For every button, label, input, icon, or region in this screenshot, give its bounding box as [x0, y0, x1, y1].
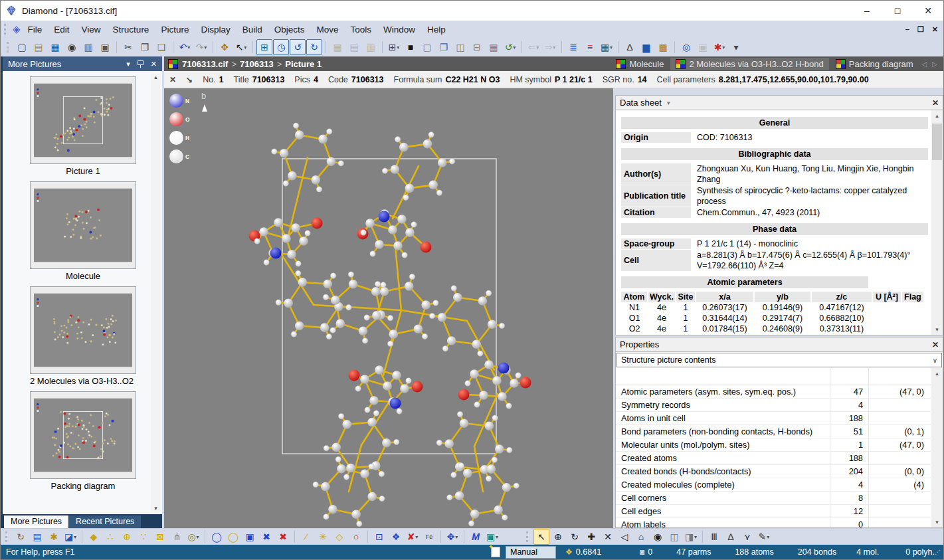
tabs-next-icon[interactable]: ▷ — [930, 60, 939, 68]
properties-row[interactable]: Created bonds (H-bonds/contacts)204(0, 0… — [616, 465, 931, 478]
resize-grip[interactable]: ⋰ — [935, 549, 941, 555]
picture-tab-2-molecules-via-o3-h3-o2-h-b[interactable]: 2 Molecules via O3-H3..O2 H-bond — [670, 58, 828, 70]
pane-menu-icon[interactable]: ▾ — [126, 60, 130, 68]
redo-button[interactable]: ↷▾ — [193, 39, 209, 55]
menu-picture[interactable]: Picture — [155, 23, 195, 37]
table-row[interactable]: N14e10.26073(17)0.19146(9)0.47167(12) — [621, 302, 924, 313]
structure-canvas[interactable]: NOHC b — [164, 88, 613, 528]
panel-close-icon[interactable]: ✕ — [932, 98, 939, 108]
history-pane-button[interactable]: ◷ — [273, 39, 289, 55]
fe-bond-button[interactable]: Fe — [421, 529, 437, 545]
minimize-button[interactable]: – — [852, 1, 882, 21]
picture-table-button[interactable]: ▦ — [486, 39, 502, 55]
close-infobar-icon[interactable]: ✕ — [169, 75, 176, 84]
thumbnail-picture-1[interactable]: Picture 1 — [30, 76, 136, 180]
wizard-button[interactable]: ✱ — [46, 529, 62, 545]
properties-row[interactable]: Atomic parameters (asym. sites, sym.eq. … — [616, 385, 931, 399]
breadcrumb-segment[interactable]: Picture 1 — [285, 59, 322, 69]
menu-structure[interactable]: Structure — [107, 23, 155, 37]
table-view-button[interactable]: ▦▾ — [599, 39, 614, 55]
data-form-button[interactable]: ▤ — [346, 39, 362, 55]
properties-row[interactable]: Cell edges12 — [616, 505, 931, 518]
polyhedron-blue-button[interactable]: ◯ — [209, 529, 225, 545]
spin-button[interactable]: ◉ — [650, 529, 666, 545]
pane-close-icon[interactable]: ✕ — [151, 60, 157, 68]
menu-move[interactable]: Move — [311, 23, 345, 37]
overflow-button[interactable]: ▾ — [728, 39, 744, 55]
data-sheet-scrollbar[interactable]: ▴ ▾ — [931, 110, 943, 335]
properties-selector[interactable]: Structure picture contents ∨ — [616, 353, 942, 367]
new-file-button[interactable]: ▢ — [14, 39, 30, 55]
copy-picture-button[interactable]: ❐ — [436, 39, 452, 55]
menu-build[interactable]: Build — [236, 23, 268, 37]
menu-edit[interactable]: Edit — [48, 23, 75, 37]
layer-back-button[interactable]: ◨▾ — [683, 529, 699, 545]
databrief-view-button[interactable]: ≡ — [582, 39, 598, 55]
picture-mode-button[interactable]: ▣▾ — [484, 529, 500, 545]
find-button[interactable]: ◉ — [64, 39, 80, 55]
properties-scrollbar[interactable]: ▴ ▾ — [931, 368, 943, 527]
properties-row[interactable]: Cell corners8 — [616, 492, 931, 505]
new-picture-button[interactable]: ▢ — [419, 39, 435, 55]
create-bond-button[interactable]: ∕ — [298, 529, 314, 545]
h-bond-button[interactable]: ◇ — [331, 529, 347, 545]
mdi-minimize-button[interactable]: – — [905, 25, 909, 34]
pan-button[interactable]: ✥ — [217, 39, 233, 55]
panel-menu-icon[interactable]: ▾ — [667, 100, 670, 106]
scroll-down-icon[interactable]: ▾ — [931, 324, 943, 335]
panel-close-icon[interactable]: ✕ — [932, 340, 939, 349]
back-button[interactable]: ⇐▾ — [525, 39, 541, 55]
add-all-atoms-button[interactable]: ∴ — [102, 529, 118, 545]
scroll-down-icon[interactable]: ▾ — [931, 517, 943, 527]
table-row[interactable]: O24e10.01784(15)0.24608(9)0.37313(11) — [621, 324, 924, 334]
picture-tab-packing-diagram[interactable]: Packing diagram — [830, 58, 919, 70]
view-direction-button[interactable]: ◁ — [616, 529, 632, 545]
scrollbar-thumb[interactable] — [932, 124, 942, 160]
cell-edges-button[interactable]: ⊡ — [371, 529, 387, 545]
pin-icon[interactable] — [137, 60, 144, 68]
data-list-button[interactable]: ▥ — [363, 39, 379, 55]
asym-unit-button[interactable]: ◆ — [86, 529, 102, 545]
zoom-tool-button[interactable]: ◎ — [678, 39, 694, 55]
grid-button[interactable]: ⊞▾ — [386, 39, 402, 55]
data-table-button[interactable]: ▦ — [330, 39, 345, 55]
undo-pane-button[interactable]: ↺ — [290, 39, 306, 55]
picture-tab-molecule[interactable]: Molecule — [611, 58, 669, 70]
viewport-button[interactable]: ✥▾ — [444, 529, 460, 545]
perspective-button[interactable]: ⌂ — [633, 529, 649, 545]
mdi-restore-button[interactable]: ❐ — [917, 25, 924, 34]
sidebar-tab-recent-pictures[interactable]: Recent Pictures — [69, 515, 141, 528]
remove-polyhedra-button[interactable]: ✖ — [258, 529, 274, 545]
edit-data-button[interactable]: ▤ — [29, 529, 45, 545]
properties-row[interactable]: Molecular units (mol./polym. sites)1(47,… — [616, 438, 931, 452]
properties-row[interactable]: Created molecules (complete)4(4) — [616, 478, 931, 492]
arrange-pictures-button[interactable]: ◫ — [452, 39, 468, 55]
properties-row[interactable]: Created atoms188 — [616, 452, 931, 465]
grow-tree-button[interactable]: ⋔ — [169, 529, 185, 545]
add-atom-button[interactable]: ⊕ — [119, 529, 135, 545]
navigation-pane-button[interactable]: ⊞ — [256, 39, 272, 55]
thumbnail-packing-diagram[interactable]: Packing diagram — [30, 391, 136, 495]
update-button[interactable]: ↻ — [13, 529, 29, 545]
scroll-down-icon[interactable]: ▾ — [154, 505, 157, 512]
molecule-scene[interactable] — [164, 88, 613, 528]
distance-plot-button[interactable]: ∆ — [622, 39, 638, 55]
scroll-up-icon[interactable]: ▴ — [154, 74, 157, 80]
document-icon[interactable]: ◈ — [13, 23, 21, 35]
print-button[interactable]: ▣ — [97, 39, 113, 55]
create-bonds-button[interactable]: ✳ — [315, 529, 331, 545]
maximize-button[interactable]: □ — [882, 1, 913, 21]
save-button[interactable]: ▦ — [47, 39, 63, 55]
duplicate-picture-button[interactable]: ⊟ — [469, 39, 485, 55]
close-button[interactable]: ✕ — [913, 1, 943, 21]
scroll-up-icon[interactable]: ▴ — [931, 368, 943, 379]
sync-pane-button[interactable]: ↻ — [306, 39, 322, 55]
scale-mode-button[interactable]: ✕ — [600, 529, 616, 545]
photo-button[interactable]: ▣ — [695, 39, 711, 55]
menu-window[interactable]: Window — [377, 23, 421, 37]
datasheet-view-button[interactable]: ≣ — [565, 39, 581, 55]
powder-pattern-button[interactable]: ▩ — [655, 39, 671, 55]
measure-angle-button[interactable]: ∆ — [723, 529, 739, 545]
print-preview-button[interactable]: ▥ — [80, 39, 96, 55]
table-row[interactable]: O14e10.31644(14)0.29174(7)0.66882(10) — [621, 313, 924, 324]
